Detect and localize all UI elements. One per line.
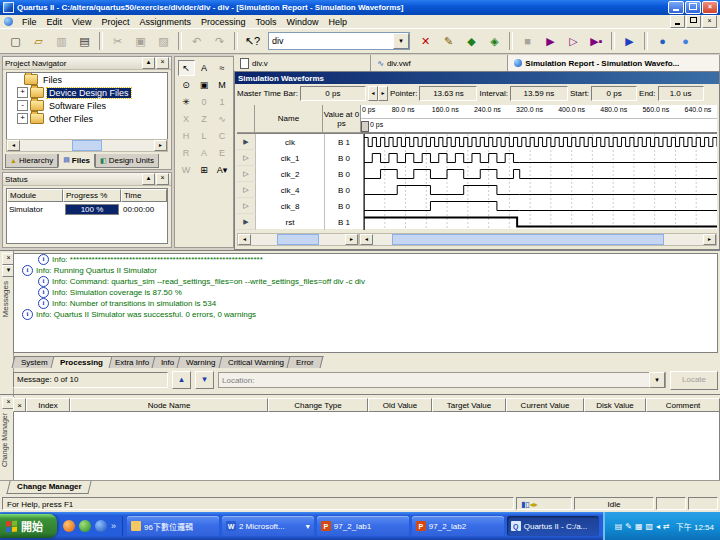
scroll-thumb[interactable] <box>277 234 319 245</box>
scroll-thumb[interactable] <box>392 234 664 245</box>
start-compilation-icon[interactable]: ◆ <box>461 31 482 52</box>
minimize-button[interactable] <box>668 1 684 14</box>
message-row[interactable]: iInfo: Simulation coverage is 87.50 % <box>14 287 717 298</box>
change-manager-table-body[interactable] <box>13 412 720 481</box>
find-icon[interactable]: M <box>214 77 231 93</box>
signal-row-clk-2[interactable]: ▷clk_2B 0 <box>237 166 717 182</box>
name-column-header[interactable]: Name <box>255 105 323 133</box>
zoom-icon[interactable]: ⊙ <box>178 77 195 93</box>
change-manager-close-column[interactable]: × <box>13 398 26 412</box>
quartus-help-icon[interactable]: ● <box>675 31 696 52</box>
simulation-waveforms-titlebar[interactable]: Simulation Waveforms <box>235 72 719 84</box>
cm-column-current-value[interactable]: Current Value <box>506 398 584 412</box>
taskbar-task-97-2-lab2[interactable]: P97_2_lab2 <box>412 516 504 536</box>
time-ruler[interactable]: 0 ps 0 ps80.0 ns160.0 ns240.0 ns320.0 ns… <box>361 105 717 133</box>
tray-pen-icon[interactable]: ✎ <box>625 522 632 531</box>
functional-simulation-icon[interactable]: ▷ <box>563 31 584 52</box>
column-header-time[interactable]: Time <box>121 189 167 202</box>
tray-input-method-icon[interactable]: ▤ <box>615 522 623 531</box>
message-row[interactable]: iInfo: *********************************… <box>14 254 717 265</box>
messenger-icon[interactable] <box>79 520 91 532</box>
column-header-progress[interactable]: Progress % <box>63 189 121 202</box>
new-file-icon[interactable]: ▢ <box>5 31 26 52</box>
signal-waveform[interactable] <box>364 150 717 166</box>
menu-processing[interactable]: Processing <box>196 16 251 28</box>
compile-all-icon[interactable]: ◈ <box>484 31 505 52</box>
menu-edit[interactable]: Edit <box>42 16 68 28</box>
sort-icon[interactable]: A▾ <box>214 162 231 178</box>
tray-network-icon[interactable]: ⇄ <box>663 522 670 531</box>
menu-view[interactable]: View <box>67 16 96 28</box>
signal-waveform[interactable] <box>364 198 717 214</box>
panel-close-button[interactable]: × <box>156 173 169 185</box>
open-file-icon[interactable]: ▱ <box>28 31 49 52</box>
value-column-header[interactable]: Value at 0 ps <box>323 105 361 133</box>
full-screen-icon[interactable]: ▣ <box>196 77 213 93</box>
location-dropdown-icon[interactable]: ▾ <box>649 372 665 388</box>
doc-tab-div-vwf[interactable]: ∿div.vwf <box>371 55 508 71</box>
tab-files[interactable]: ▤Files <box>58 154 95 168</box>
mdi-child-icon[interactable] <box>4 17 13 26</box>
tray-display-icon[interactable]: ▦ <box>635 522 643 531</box>
text-icon[interactable]: A <box>196 60 213 76</box>
cm-column-comment[interactable]: Comment <box>646 398 720 412</box>
waveform-edit-icon[interactable]: ≈ <box>214 60 231 76</box>
timing-simulation-icon[interactable]: ▶▪ <box>586 31 607 52</box>
start-simulation-icon[interactable]: ▶ <box>540 31 561 52</box>
panel-pin-button[interactable]: ▴ <box>142 173 155 185</box>
cm-column-change-type[interactable]: Change Type <box>268 398 368 412</box>
quick-launch-overflow-icon[interactable]: » <box>111 521 116 531</box>
signal-waveform[interactable] <box>364 134 717 150</box>
taskbar-task-2-microsoft[interactable]: W2 Microsoft...▾ <box>222 516 314 536</box>
message-row[interactable]: iInfo: Running Quartus II Simulator <box>14 265 717 276</box>
next-message-button[interactable]: ▾ <box>195 371 214 389</box>
tree-expander-icon[interactable]: - <box>17 100 28 111</box>
mdi-minimize-button[interactable] <box>670 15 685 28</box>
run-icon[interactable]: ▶ <box>619 31 640 52</box>
scroll-left-icon[interactable]: ◂ <box>238 234 251 245</box>
tab-hierarchy[interactable]: ▲Hierarchy <box>5 154 58 168</box>
scroll-left-icon[interactable]: ◂ <box>7 140 20 151</box>
menu-assignments[interactable]: Assignments <box>134 16 196 28</box>
master-time-bar-track[interactable]: 0 ps <box>361 118 717 133</box>
tray-volume-icon[interactable]: ◂ <box>656 522 660 531</box>
mdi-restore-button[interactable] <box>686 15 701 28</box>
scroll-left-icon[interactable]: ◂ <box>360 234 373 245</box>
cm-column-target-value[interactable]: Target Value <box>432 398 506 412</box>
cm-column-index[interactable]: Index <box>26 398 70 412</box>
combo-dropdown-icon[interactable]: ▾ <box>393 33 409 49</box>
signal-row-clk-1[interactable]: ▷clk_1B 0 <box>237 150 717 166</box>
menu-project[interactable]: Project <box>96 16 134 28</box>
signal-row-clk[interactable]: ▶clkB 1 <box>237 134 717 150</box>
pointer-icon[interactable]: ↖ <box>178 60 195 76</box>
taskbar-task-96[interactable]: 96下數位邏輯 <box>127 516 219 536</box>
cm-column-disk-value[interactable]: Disk Value <box>584 398 646 412</box>
restore-button[interactable] <box>685 1 701 14</box>
status-panel-titlebar[interactable]: Status ▴ × <box>3 173 171 186</box>
taskbar-task-97-2-lab1[interactable]: P97_2_lab1 <box>317 516 409 536</box>
time-bar-handle[interactable] <box>361 121 369 132</box>
panel-close-button[interactable]: × <box>156 57 169 69</box>
time-bar-left-spinner[interactable]: ◂ <box>368 86 378 101</box>
print-icon[interactable]: ▤ <box>74 31 95 52</box>
location-combo[interactable]: Location: ▾ <box>218 372 666 388</box>
message-row[interactable]: iInfo: Command: quartus_sim --read_setti… <box>14 276 717 287</box>
signal-row-clk-8[interactable]: ▷clk_8B 0 <box>237 198 717 214</box>
time-bar-right-spinner[interactable]: ▸ <box>378 86 388 101</box>
task-group-dropdown-icon[interactable]: ▾ <box>306 522 310 531</box>
project-navigator-titlebar[interactable]: Project Navigator ▴ × <box>3 57 171 70</box>
previous-message-button[interactable]: ▴ <box>172 371 191 389</box>
project-tree-hscrollbar[interactable]: ◂ ▸ <box>6 139 168 152</box>
close-button[interactable]: × <box>702 1 718 14</box>
start-button[interactable]: 開始 <box>0 514 57 538</box>
menu-file[interactable]: File <box>17 16 42 28</box>
messages-tab-critical-warning[interactable]: Critical Warning <box>218 356 293 368</box>
cm-column-node-name[interactable]: Node Name <box>70 398 268 412</box>
locate-button[interactable]: Locate <box>670 371 718 390</box>
menu-tools[interactable]: Tools <box>250 16 281 28</box>
scroll-right-icon[interactable]: ▸ <box>703 234 716 245</box>
message-row[interactable]: iInfo: Quartus II Simulator was successf… <box>14 309 717 320</box>
signal-waveform[interactable] <box>364 166 717 182</box>
tree-expander-icon[interactable]: + <box>17 113 28 124</box>
scroll-right-icon[interactable]: ▸ <box>345 234 358 245</box>
